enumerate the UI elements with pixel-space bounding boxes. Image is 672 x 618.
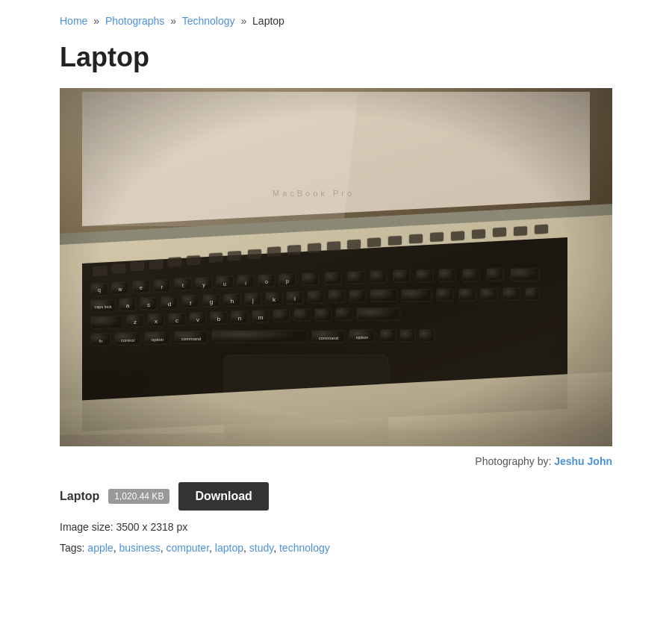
breadcrumb-sep-2: » <box>170 15 176 27</box>
svg-rect-131 <box>60 88 612 446</box>
breadcrumb-current: Laptop <box>252 15 284 27</box>
tag-separator: , <box>243 542 249 554</box>
tag-link-laptop[interactable]: laptop <box>215 542 243 554</box>
tag-link-business[interactable]: business <box>119 542 160 554</box>
tag-link-apple[interactable]: apple <box>87 542 113 554</box>
image-size: Image size: 3500 x 2318 px <box>60 521 612 533</box>
tag-separator: , <box>273 542 279 554</box>
breadcrumb-photographs[interactable]: Photographs <box>105 15 164 27</box>
tags-list: apple, business, computer, laptop, study… <box>87 542 329 554</box>
tag-link-study[interactable]: study <box>249 542 273 554</box>
photography-label: Photography by: <box>475 455 554 467</box>
photographer-link[interactable]: Jeshu John <box>554 455 612 467</box>
tags-section: Tags: apple, business, computer, laptop,… <box>60 542 612 554</box>
tag-link-computer[interactable]: computer <box>166 542 209 554</box>
breadcrumb-technology[interactable]: Technology <box>182 15 235 27</box>
tag-link-technology[interactable]: technology <box>279 542 330 554</box>
photography-credit: Photography by: Jeshu John <box>60 455 612 467</box>
download-button[interactable]: Download <box>178 482 268 511</box>
file-name: Laptop <box>60 490 99 503</box>
breadcrumb-sep-3: » <box>240 15 246 27</box>
breadcrumb-sep-1: » <box>93 15 99 27</box>
page-title: Laptop <box>60 42 612 73</box>
breadcrumb: Home » Photographs » Technology » Laptop <box>60 15 612 27</box>
file-size-badge: 1,020.44 KB <box>108 489 169 504</box>
page-container: Home » Photographs » Technology » Laptop… <box>0 0 672 584</box>
laptop-image: MacBook Pro <box>60 88 612 446</box>
breadcrumb-home[interactable]: Home <box>60 15 87 27</box>
tags-label: Tags: <box>60 542 87 554</box>
tag-separator: , <box>209 542 215 554</box>
image-container: MacBook Pro <box>60 88 612 446</box>
download-section: Laptop 1,020.44 KB Download <box>60 482 612 511</box>
